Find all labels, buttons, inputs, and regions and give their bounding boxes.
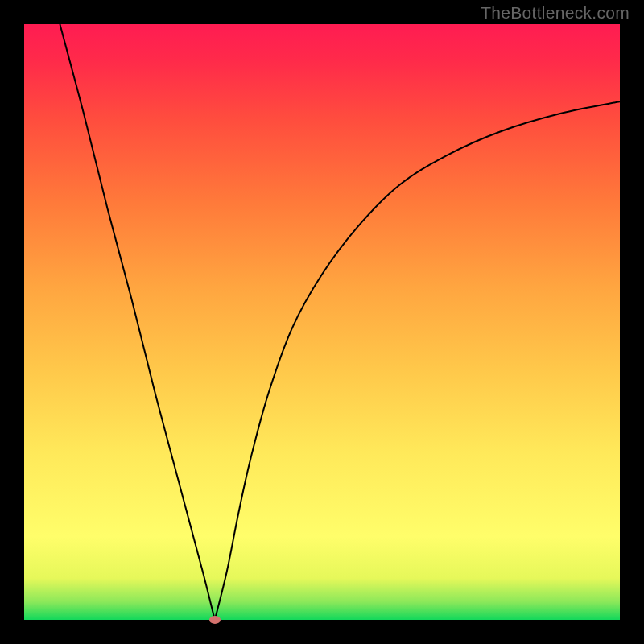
curve-left-branch [60, 24, 214, 620]
plot-area [24, 24, 620, 620]
watermark-text: TheBottleneck.com [481, 3, 630, 23]
vertex-marker [209, 616, 221, 624]
chart-frame: TheBottleneck.com [0, 0, 644, 644]
curve-right-branch [215, 101, 620, 620]
curve-svg [24, 24, 620, 620]
